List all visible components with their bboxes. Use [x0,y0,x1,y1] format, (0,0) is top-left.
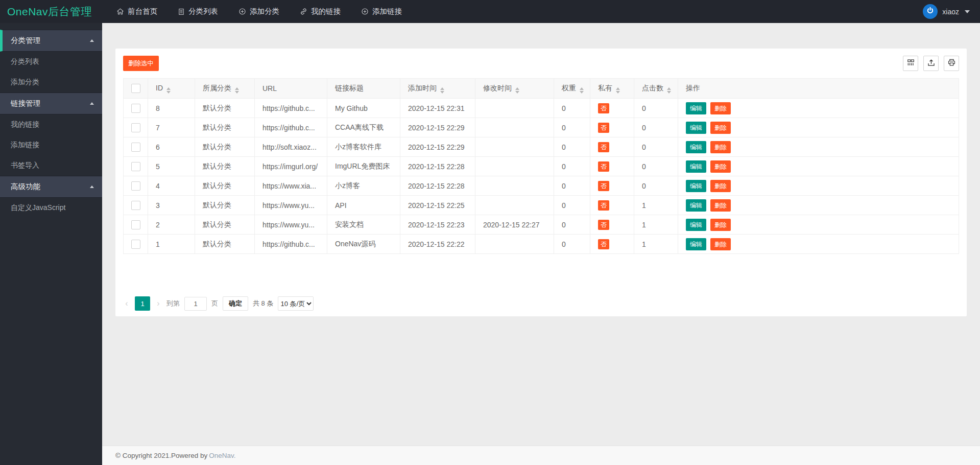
sidebar-item-add-link[interactable]: 添加链接 [0,135,102,155]
row-checkbox[interactable] [131,123,140,132]
nav-item-label: 添加链接 [372,7,402,16]
export-button[interactable] [923,56,939,71]
row-checkbox[interactable] [131,143,140,152]
user-name: xiaoz [942,8,959,16]
delete-button[interactable]: 删除 [710,160,731,173]
delete-button[interactable]: 删除 [710,102,731,114]
sort-asc-icon [235,87,239,90]
cell-url: https://github.c... [255,99,327,118]
edit-button[interactable]: 编辑 [686,102,706,114]
user-avatar[interactable] [923,4,938,19]
sort-icon[interactable] [515,87,519,94]
column-header-modified[interactable]: 修改时间 [475,79,554,99]
per-page-select[interactable]: 10 条/页 [278,296,314,311]
cell-id: 4 [148,176,195,196]
cell-private: 否 [590,99,634,118]
sidebar-section-title: 链接管理 [11,99,40,108]
private-badge: 否 [598,103,609,113]
sort-icon[interactable] [440,87,444,94]
cell-weight: 0 [554,215,590,235]
column-header-private[interactable]: 私有 [590,79,634,99]
chevron-down-icon [965,10,970,13]
row-checkbox[interactable] [131,104,140,113]
edit-button[interactable]: 编辑 [686,180,706,192]
confirm-page-button[interactable]: 确定 [223,296,248,311]
current-page[interactable]: 1 [135,296,150,311]
column-header-weight[interactable]: 权重 [554,79,590,99]
table-row: 7默认分类https://github.c...CCAA离线下载2020-12-… [124,118,959,137]
table-row: 8默认分类https://github.c...My Github2020-12… [124,99,959,118]
column-header-clicks[interactable]: 点击数 [634,79,678,99]
nav-item-add-link[interactable]: 添加链接 [351,0,412,23]
row-checkbox[interactable] [131,162,140,171]
row-checkbox[interactable] [131,240,140,249]
nav-item-category-list[interactable]: 分类列表 [168,0,228,23]
table-row: 3默认分类https://www.yu...API2020-12-15 22:2… [124,196,959,215]
cell-added: 2020-12-15 22:23 [400,215,475,235]
sidebar-section-category-management[interactable]: 分类管理 [0,30,102,52]
nav-item-my-links[interactable]: 我的链接 [290,0,351,23]
edit-button[interactable]: 编辑 [686,122,706,134]
page-unit-label: 页 [211,299,218,308]
private-badge: 否 [598,181,609,191]
column-label: 权重 [562,84,576,92]
delete-button[interactable]: 删除 [710,238,731,250]
nav-item-add-category[interactable]: 添加分类 [228,0,290,23]
sort-icon[interactable] [616,87,620,94]
sidebar-item-custom-javascript[interactable]: 自定义JavaScript [0,198,102,218]
cell-id: 1 [148,235,195,254]
delete-button[interactable]: 删除 [710,122,731,134]
delete-button[interactable]: 删除 [710,199,731,212]
sidebar-item-my-links[interactable]: 我的链接 [0,114,102,135]
edit-button[interactable]: 编辑 [686,160,706,173]
add-circle-icon [361,8,369,15]
sort-icon[interactable] [235,87,239,94]
link-icon [300,8,307,15]
edit-button[interactable]: 编辑 [686,141,706,153]
row-checkbox[interactable] [131,201,140,210]
columns-button[interactable] [903,56,918,71]
row-checkbox[interactable] [131,220,140,229]
cell-url: http://soft.xiaoz... [255,137,327,157]
sidebar-section-advanced-features[interactable]: 高级功能 [0,176,102,198]
edit-button[interactable]: 编辑 [686,238,706,250]
sort-icon[interactable] [580,87,584,94]
table-row: 1默认分类https://github.c...OneNav源码2020-12-… [124,235,959,254]
column-label: 所属分类 [203,84,231,92]
next-page-button[interactable]: › [155,299,162,308]
sidebar-item-add-category[interactable]: 添加分类 [0,72,102,92]
delete-button[interactable]: 删除 [710,141,731,153]
edit-button[interactable]: 编辑 [686,199,706,212]
select-all-checkbox[interactable] [131,84,140,93]
cell-title: OneNav源码 [327,235,400,254]
private-badge: 否 [598,220,609,230]
sort-icon[interactable] [667,87,671,94]
column-header-category[interactable]: 所属分类 [195,79,255,99]
print-button[interactable] [944,56,959,71]
cell-url: https://github.c... [255,235,327,254]
top-nav-menu: 前台首页分类列表添加分类我的链接添加链接 [106,0,412,23]
goto-page-input[interactable] [184,297,207,311]
sidebar-section-link-management[interactable]: 链接管理 [0,92,102,114]
delete-button[interactable]: 删除 [710,180,731,192]
sort-asc-icon [440,87,444,90]
sort-icon[interactable] [166,87,171,94]
prev-page-button[interactable]: ‹ [123,299,130,308]
cell-title: API [327,196,400,215]
cell-modified: 2020-12-15 22:27 [475,215,554,235]
cell-title: 小z博客 [327,176,400,196]
delete-selected-button[interactable]: 删除选中 [123,56,159,71]
cell-weight: 0 [554,137,590,157]
print-icon [947,58,956,69]
sidebar-item-category-list[interactable]: 分类列表 [0,52,102,72]
row-checkbox[interactable] [131,181,140,191]
sidebar-item-bookmark-import[interactable]: 书签导入 [0,155,102,176]
column-header-added[interactable]: 添加时间 [400,79,475,99]
onenav-link[interactable]: OneNav. [209,452,235,459]
cell-id: 3 [148,196,195,215]
column-header-id[interactable]: ID [148,79,195,99]
edit-button[interactable]: 编辑 [686,219,706,231]
nav-item-home[interactable]: 前台首页 [106,0,168,23]
user-menu[interactable]: xiaoz [923,4,980,19]
delete-button[interactable]: 删除 [710,219,731,231]
